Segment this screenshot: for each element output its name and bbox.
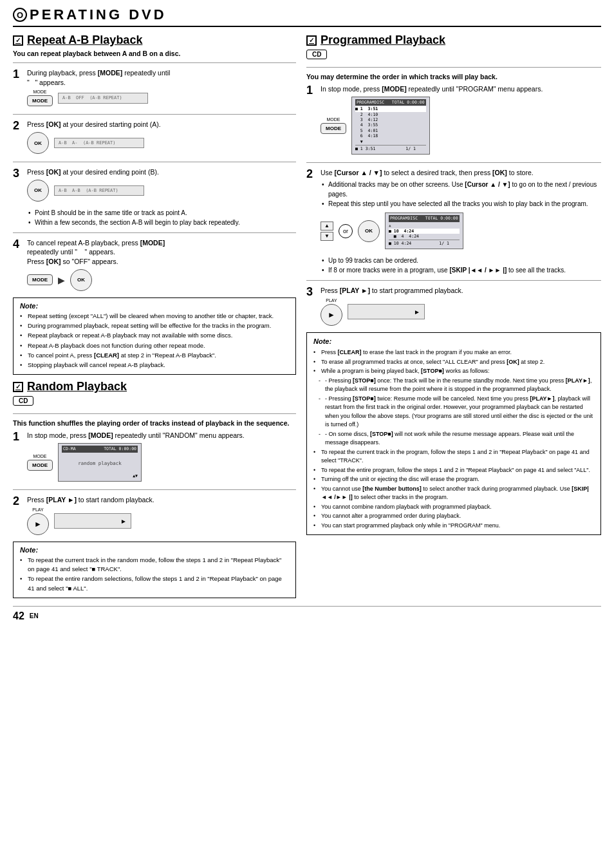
checkbox-icon-random: ✓ xyxy=(13,382,23,392)
en-label: EN xyxy=(30,612,39,619)
prog-screen2: PROGRAM DISC TOTAL 0:00:00 ▲ ■ 10 4:24 ■… xyxy=(385,212,463,249)
repeat-ab-step4: 4 To cancel repeat A-B playback, press [… xyxy=(13,238,296,294)
note-list: Repeat setting (except "ALL") will be cl… xyxy=(20,312,289,370)
cursor-down[interactable]: ▼ xyxy=(321,232,333,241)
page-wrapper: O PERATING DVD ✓ Repeat A-B Playback You… xyxy=(13,6,601,622)
random-note-list: To repeat the current track in the rando… xyxy=(20,556,289,593)
cd-badge-prog: CD xyxy=(306,50,327,59)
right-column: ✓ Programmed Playback CD You may determi… xyxy=(306,33,601,602)
random-section: ✓ Random Playback CD This function shuff… xyxy=(13,380,296,598)
step3-text: Press [OK] at your desired ending point … xyxy=(27,167,296,177)
repeat-ab-section: ✓ Repeat A-B Playback You can repeat pla… xyxy=(13,33,296,375)
prog-step2-visual: ▲ ▼ or OK PROGRAM DISC TOTAL 0:00:00 ▲ xyxy=(321,212,601,249)
step3-bullets: Point B should be in the same title or t… xyxy=(27,208,296,227)
mode-button-prog[interactable]: MODE xyxy=(321,123,346,134)
repeat-ab-step1: 1 During playback, press [MODE] repeated… xyxy=(13,68,296,109)
step2-visual: OK A-B A- (A-B REPEAT) xyxy=(27,132,296,154)
step4-num: 4 xyxy=(13,238,24,250)
random-step1: 1 In stop mode, press [MODE] repeatedly … xyxy=(13,431,296,484)
prog-step1: 1 In stop mode, press [MODE] repeatedly … xyxy=(306,84,601,157)
prog-step2-bullets: Additional tracks may be on other screen… xyxy=(321,180,601,209)
step2-num: 2 xyxy=(13,120,24,131)
header-circle: O xyxy=(13,8,27,22)
repeat-ab-step3: 3 Press [OK] at your desired ending poin… xyxy=(13,167,296,204)
random-step2: 2 Press [PLAY ►] to start random playbac… xyxy=(13,495,296,538)
repeat-ab-title: ✓ Repeat A-B Playback xyxy=(13,33,296,47)
cd-badge-random: CD xyxy=(13,396,33,406)
step1-visual: MODE MODE A-B OFF (A-B REPEAT) xyxy=(27,90,296,106)
step4-visual: MODE ▶ OK xyxy=(27,269,296,291)
step1-num: 1 xyxy=(13,68,24,80)
prog-step1-num: 1 xyxy=(306,84,318,96)
or-label: or xyxy=(339,224,353,238)
random-step2-visual: PLAY ► ► xyxy=(27,507,296,535)
play-screen-random: ► xyxy=(54,513,131,529)
random-step1-visual: MODE MODE CD-MA TOTAL 0:00:00 random pla… xyxy=(27,443,296,482)
prog-step2: 2 Use [Cursor ▲ / ▼] to select a desired… xyxy=(306,168,601,252)
random-title: ✓ Random Playback xyxy=(13,380,296,393)
step3-num: 3 xyxy=(13,167,24,179)
prog-step3: 3 Press [PLAY ►] to start programmed pla… xyxy=(306,286,601,328)
repeat-ab-step2: 2 Press [OK] at your desired starting po… xyxy=(13,120,296,156)
ok-button-step4[interactable]: OK xyxy=(70,269,92,291)
note-title: Note: xyxy=(20,302,289,310)
mode-button-step4[interactable]: MODE xyxy=(27,274,53,285)
prog-note: Note: Press [CLEAR] to erase the last tr… xyxy=(306,332,601,536)
programmed-desc: You may determine the order in which tra… xyxy=(306,73,601,80)
cursor-up[interactable]: ▲ xyxy=(321,222,333,231)
mode-button-random[interactable]: MODE xyxy=(27,460,53,471)
step2-text: Press [OK] at your desired starting poin… xyxy=(27,120,296,129)
prog-step3-visual: PLAY ► ► xyxy=(321,298,601,326)
prog-step3-text: Press [PLAY ►] to start programmed playb… xyxy=(321,286,601,296)
prog-note-list: Press [CLEAR] to erase the last track in… xyxy=(313,348,594,530)
random-desc: This function shuffles the playing order… xyxy=(13,419,296,427)
page-header: O PERATING DVD xyxy=(13,6,601,27)
ok-button-step2[interactable]: OK xyxy=(27,132,49,154)
random-note-title: Note: xyxy=(20,546,289,554)
play-button-random[interactable]: ► xyxy=(27,513,49,535)
header-title: PERATING DVD xyxy=(30,6,167,23)
mode-button-step1[interactable]: MODE xyxy=(27,95,53,106)
prog-step1-text: In stop mode, press [MODE] repeatedly un… xyxy=(321,84,601,94)
screen-step2: A-B A- (A-B REPEAT) xyxy=(54,138,144,148)
ok-button-prog2[interactable]: OK xyxy=(358,220,380,242)
programmed-title: ✓ Programmed Playback xyxy=(306,33,601,47)
repeat-ab-desc: You can repeat playback between A and B … xyxy=(13,50,296,57)
prog-step1-visual: MODE MODE PROGRAM DISC TOTAL 0:00:00 ■ 1… xyxy=(321,97,601,155)
ok-button-step3[interactable]: OK xyxy=(27,180,49,202)
random-step1-num: 1 xyxy=(13,431,24,442)
screen-step3: A-B A-B (A-B REPEAT) xyxy=(54,185,144,196)
play-button-prog[interactable]: ► xyxy=(321,304,342,326)
prog-note-title: Note: xyxy=(313,337,594,347)
play-screen-prog: ► xyxy=(348,304,425,319)
cursor-buttons: ▲ ▼ xyxy=(321,222,333,241)
prog-screen1: PROGRAM DISC TOTAL 0:00:00 ■ 1 3:51 2 4:… xyxy=(351,97,430,155)
step4-text: To cancel repeat A-B playback, press [MO… xyxy=(27,238,296,267)
arrow-icon: ▶ xyxy=(58,275,65,285)
page-number: 42 xyxy=(13,610,24,622)
prog-step3-num: 3 xyxy=(306,286,318,297)
random-screen: CD-MA TOTAL 0:00:00 random playback ▲▼ xyxy=(58,443,142,482)
checkbox-icon: ✓ xyxy=(13,35,23,46)
checkbox-icon-prog: ✓ xyxy=(306,35,317,46)
screen-step1: A-B OFF (A-B REPEAT) xyxy=(58,93,148,104)
prog-step2-num: 2 xyxy=(306,168,318,180)
random-step2-text: Press [PLAY ►] to start random playback. xyxy=(27,495,296,505)
repeat-ab-note: Note: Repeat setting (except "ALL") will… xyxy=(13,297,296,375)
random-step1-text: In stop mode, press [MODE] repeatedly un… xyxy=(27,431,296,440)
step1-text: During playback, press [MODE] repeatedly… xyxy=(27,68,296,87)
random-note: Note: To repeat the current track in the… xyxy=(13,542,296,598)
prog-step2-bottom-bullets: Up to 99 tracks can be ordered. If 8 or … xyxy=(321,256,601,275)
left-column: ✓ Repeat A-B Playback You can repeat pla… xyxy=(13,33,296,602)
random-step2-num: 2 xyxy=(13,495,24,507)
page-footer: 42 EN xyxy=(13,606,601,622)
step3-visual: OK A-B A-B (A-B REPEAT) xyxy=(27,180,296,202)
prog-step2-text: Use [Cursor ▲ / ▼] to select a desired t… xyxy=(321,168,601,178)
programmed-section: ✓ Programmed Playback CD You may determi… xyxy=(306,33,601,535)
